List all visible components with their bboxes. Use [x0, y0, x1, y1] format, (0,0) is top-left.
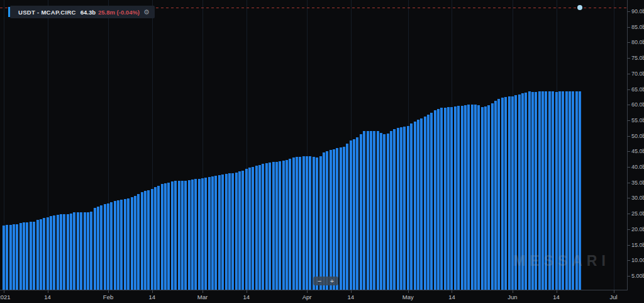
data-bar[interactable]	[457, 106, 460, 290]
data-bar[interactable]	[350, 140, 352, 290]
data-bar[interactable]	[410, 123, 413, 290]
data-bar[interactable]	[211, 176, 214, 290]
data-bar[interactable]	[363, 131, 365, 290]
data-bar[interactable]	[403, 127, 406, 290]
data-bar[interactable]	[70, 214, 72, 290]
chart-plot-area[interactable]: MESSARI USDT - MCAP.CIRC 64.3b 25.8m (-0…	[0, 0, 628, 290]
data-bar[interactable]	[269, 163, 271, 290]
zoom-out-button[interactable]: −	[313, 277, 326, 285]
data-bar[interactable]	[117, 200, 119, 290]
data-bar[interactable]	[282, 161, 285, 290]
data-bar[interactable]	[198, 179, 201, 290]
data-bar[interactable]	[141, 192, 143, 290]
data-bar[interactable]	[100, 205, 103, 290]
data-bar[interactable]	[414, 122, 416, 290]
data-bar[interactable]	[299, 157, 301, 290]
data-bar[interactable]	[53, 215, 55, 290]
data-bar[interactable]	[238, 171, 241, 290]
data-bar[interactable]	[292, 157, 295, 290]
data-bar[interactable]	[178, 181, 180, 290]
data-bar[interactable]	[120, 200, 123, 290]
data-bar[interactable]	[94, 208, 96, 290]
data-bar[interactable]	[286, 160, 288, 290]
data-bar[interactable]	[279, 161, 281, 290]
data-bar[interactable]	[201, 178, 204, 290]
data-bar[interactable]	[450, 107, 453, 290]
data-bar[interactable]	[340, 147, 342, 290]
data-bar[interactable]	[157, 186, 160, 290]
data-bar[interactable]	[104, 204, 106, 290]
data-bar[interactable]	[252, 167, 254, 290]
data-bar[interactable]	[434, 110, 436, 290]
data-bar[interactable]	[43, 218, 45, 290]
data-bar[interactable]	[6, 225, 8, 290]
data-bar[interactable]	[110, 202, 113, 290]
data-bar[interactable]	[437, 109, 440, 290]
data-bar[interactable]	[84, 212, 86, 290]
data-bar[interactable]	[19, 223, 22, 290]
data-bar[interactable]	[447, 107, 450, 290]
data-bar[interactable]	[467, 105, 470, 290]
data-bar[interactable]	[262, 164, 264, 290]
data-bar[interactable]	[309, 156, 311, 290]
data-bar[interactable]	[225, 174, 228, 290]
data-bar[interactable]	[9, 225, 12, 290]
data-bar[interactable]	[346, 144, 348, 290]
data-bar[interactable]	[231, 173, 234, 290]
data-bar[interactable]	[144, 191, 147, 290]
data-bar[interactable]	[464, 105, 467, 290]
data-bar[interactable]	[248, 168, 251, 290]
data-bar[interactable]	[57, 215, 59, 290]
data-bar[interactable]	[444, 108, 447, 290]
data-bar[interactable]	[430, 113, 433, 290]
data-bar[interactable]	[36, 220, 39, 290]
data-bar[interactable]	[471, 105, 474, 290]
data-bar[interactable]	[407, 126, 409, 290]
data-bar[interactable]	[40, 219, 42, 290]
data-bar[interactable]	[427, 115, 430, 290]
data-bar[interactable]	[289, 159, 291, 290]
data-bar[interactable]	[33, 222, 35, 290]
data-bar[interactable]	[194, 179, 197, 290]
data-bar[interactable]	[461, 106, 464, 290]
data-bar[interactable]	[477, 105, 480, 290]
data-bar[interactable]	[313, 157, 315, 290]
data-bar[interactable]	[30, 222, 32, 290]
data-bar[interactable]	[319, 156, 322, 290]
data-bar[interactable]	[356, 137, 358, 290]
data-bar[interactable]	[400, 127, 402, 290]
data-bar[interactable]	[481, 107, 484, 290]
data-bar[interactable]	[303, 156, 305, 290]
data-bar[interactable]	[306, 156, 308, 290]
data-bar[interactable]	[275, 162, 278, 290]
data-bar[interactable]	[491, 103, 494, 290]
data-bar[interactable]	[97, 207, 99, 290]
data-bar[interactable]	[181, 181, 184, 290]
data-bar[interactable]	[188, 180, 191, 290]
data-bar[interactable]	[296, 157, 298, 290]
data-bar[interactable]	[164, 183, 167, 290]
data-bar[interactable]	[154, 187, 157, 290]
data-bar[interactable]	[107, 203, 109, 290]
data-bar[interactable]	[353, 139, 355, 290]
data-bar[interactable]	[221, 174, 224, 290]
data-bar[interactable]	[333, 149, 335, 290]
data-bar[interactable]	[336, 148, 338, 290]
data-bar[interactable]	[73, 212, 75, 290]
data-bar[interactable]	[208, 177, 211, 290]
data-bar[interactable]	[265, 163, 268, 290]
marker-dot[interactable]	[577, 5, 582, 10]
data-bar[interactable]	[484, 106, 487, 290]
data-bar[interactable]	[60, 214, 62, 290]
data-bar[interactable]	[367, 131, 369, 290]
data-bar[interactable]	[90, 212, 92, 290]
data-bar[interactable]	[80, 212, 82, 290]
y-axis[interactable]: 90.0b85.0b80.0b75.0b70.0b65.0b60.0b55.0b…	[628, 0, 644, 290]
data-bar[interactable]	[393, 129, 396, 290]
data-bar[interactable]	[235, 173, 238, 290]
zoom-in-button[interactable]: +	[326, 277, 338, 285]
data-bar[interactable]	[114, 201, 116, 290]
data-bar[interactable]	[167, 183, 170, 290]
data-bar[interactable]	[255, 166, 258, 290]
data-bar[interactable]	[323, 152, 325, 290]
